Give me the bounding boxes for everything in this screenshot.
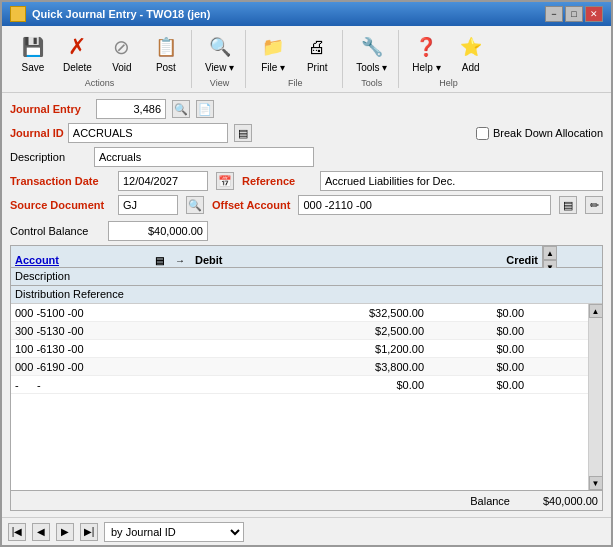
journal-id-lookup-icon[interactable]: ▤: [234, 124, 252, 142]
table-footer: Balance $40,000.00: [11, 490, 602, 510]
account-cell: 300 -5130 -00: [11, 324, 151, 338]
print-button[interactable]: 🖨 Print: [296, 30, 338, 76]
help-icon: ❓: [412, 33, 440, 61]
description-label: Description: [10, 151, 90, 163]
account-lookup-icon[interactable]: ▤: [151, 253, 171, 268]
account-cell: 100 -6130 -00: [11, 342, 151, 356]
source-offset-row: Source Document 🔍 Offset Account ▤ ✏: [10, 195, 603, 215]
sort-select[interactable]: by Journal ID by Date by Reference: [104, 522, 244, 542]
nav-prev-button[interactable]: ◀: [32, 523, 50, 541]
post-button[interactable]: 📋 Post: [145, 30, 187, 76]
tools-group-label: Tools: [361, 78, 382, 88]
credit-column-header: Credit: [442, 252, 542, 268]
break-down-allocation-group: Break Down Allocation: [476, 127, 603, 140]
window-controls: − □ ✕: [545, 6, 603, 22]
nav-next-button[interactable]: ▶: [56, 523, 74, 541]
table-scrollbar: ▲ ▼: [588, 304, 602, 490]
file-button[interactable]: 📁 File ▾: [252, 30, 294, 76]
offset-account-input[interactable]: [298, 195, 551, 215]
debit-column-header: Debit: [191, 252, 442, 268]
help-group-label: Help: [439, 78, 458, 88]
scroll-up-arrow[interactable]: ▲: [543, 246, 557, 260]
file-group-label: File: [288, 78, 303, 88]
view-group-label: View: [210, 78, 229, 88]
save-icon: 💾: [19, 33, 47, 61]
save-button[interactable]: 💾 Save: [12, 30, 54, 76]
save-label: Save: [22, 62, 45, 73]
journal-entry-label: Journal Entry: [10, 103, 90, 115]
nav-last-button[interactable]: ▶|: [80, 523, 98, 541]
add-note-button[interactable]: ⭐ Add: [450, 30, 492, 76]
delete-button[interactable]: ✗ Delete: [56, 30, 99, 76]
journal-entry-search-icon[interactable]: 🔍: [172, 100, 190, 118]
calendar-icon[interactable]: 📅: [216, 172, 234, 190]
view-icon: 🔍: [206, 33, 234, 61]
journal-id-input[interactable]: [68, 123, 228, 143]
table-header: Account ▤ → Debit Credit ▲ ▼: [11, 246, 602, 268]
print-icon: 🖨: [303, 33, 331, 61]
file-buttons: 📁 File ▾ 🖨 Print: [252, 30, 338, 76]
main-content: Journal Entry 🔍 📄 Journal ID ▤ Break Dow…: [2, 93, 611, 517]
file-group: 📁 File ▾ 🖨 Print File: [248, 30, 343, 88]
scrollbar-down[interactable]: ▼: [589, 476, 603, 490]
break-down-allocation-checkbox[interactable]: [476, 127, 489, 140]
post-label: Post: [156, 62, 176, 73]
account-column-header[interactable]: Account: [11, 252, 151, 268]
tools-label: Tools ▾: [356, 62, 387, 73]
source-document-label: Source Document: [10, 199, 110, 211]
tools-group: 🔧 Tools ▾ Tools: [345, 30, 399, 88]
add-note-icon: ⭐: [457, 33, 485, 61]
table-row: 000 -5100 -00 $32,500.00 $0.00: [11, 304, 588, 322]
close-button[interactable]: ✕: [585, 6, 603, 22]
credit-cell: $0.00: [428, 342, 528, 356]
tools-icon: 🔧: [358, 33, 386, 61]
account-cell: - -: [11, 378, 151, 392]
distribution-ref-sub-header: Distribution Reference: [11, 286, 602, 304]
view-group: 🔍 View ▾ View: [194, 30, 246, 88]
tools-button[interactable]: 🔧 Tools ▾: [349, 30, 394, 76]
print-label: Print: [307, 62, 328, 73]
title-bar: Quick Journal Entry - TWO18 (jen) − □ ✕: [2, 2, 611, 26]
actions-group: 💾 Save ✗ Delete ⊘ Void 📋 Post Actions: [8, 30, 192, 88]
debit-cell: $2,500.00: [151, 324, 428, 338]
credit-cell: $0.00: [428, 306, 528, 320]
accounts-table: Account ▤ → Debit Credit ▲ ▼ Description…: [10, 245, 603, 511]
delete-label: Delete: [63, 62, 92, 73]
debit-cell: $0.00: [151, 378, 428, 392]
table-row: 000 -6190 -00 $3,800.00 $0.00: [11, 358, 588, 376]
void-button[interactable]: ⊘ Void: [101, 30, 143, 76]
reference-input[interactable]: [320, 171, 603, 191]
help-button[interactable]: ❓ Help ▾: [405, 30, 447, 76]
offset-account-icon2[interactable]: ✏: [585, 196, 603, 214]
window-title: Quick Journal Entry - TWO18 (jen): [32, 8, 210, 20]
help-label: Help ▾: [412, 62, 440, 73]
delete-icon: ✗: [63, 33, 91, 61]
table-body: 000 -5100 -00 $32,500.00 $0.00 300 -5130…: [11, 304, 588, 490]
debit-cell: $1,200.00: [151, 342, 428, 356]
account-cell: 000 -5100 -00: [11, 306, 151, 320]
control-balance-label: Control Balance: [10, 225, 100, 237]
tools-buttons: 🔧 Tools ▾: [349, 30, 394, 76]
journal-id-row: Journal ID ▤ Break Down Allocation: [10, 123, 603, 143]
description-input[interactable]: [94, 147, 314, 167]
journal-entry-copy-icon[interactable]: 📄: [196, 100, 214, 118]
description-sub-header: Description: [11, 268, 602, 286]
file-icon: 📁: [259, 33, 287, 61]
title-bar-left: Quick Journal Entry - TWO18 (jen): [10, 6, 210, 22]
source-doc-search-icon[interactable]: 🔍: [186, 196, 204, 214]
control-balance-input[interactable]: [108, 221, 208, 241]
post-icon: 📋: [152, 33, 180, 61]
maximize-button[interactable]: □: [565, 6, 583, 22]
credit-cell: $0.00: [428, 324, 528, 338]
nav-first-button[interactable]: |◀: [8, 523, 26, 541]
actions-group-label: Actions: [85, 78, 115, 88]
journal-entry-input[interactable]: [96, 99, 166, 119]
break-down-allocation-label: Break Down Allocation: [493, 127, 603, 139]
minimize-button[interactable]: −: [545, 6, 563, 22]
source-document-input[interactable]: [118, 195, 178, 215]
view-button[interactable]: 🔍 View ▾: [198, 30, 241, 76]
transaction-date-input[interactable]: [118, 171, 208, 191]
scrollbar-up[interactable]: ▲: [589, 304, 603, 318]
offset-account-icon1[interactable]: ▤: [559, 196, 577, 214]
table-row: 100 -6130 -00 $1,200.00 $0.00: [11, 340, 588, 358]
